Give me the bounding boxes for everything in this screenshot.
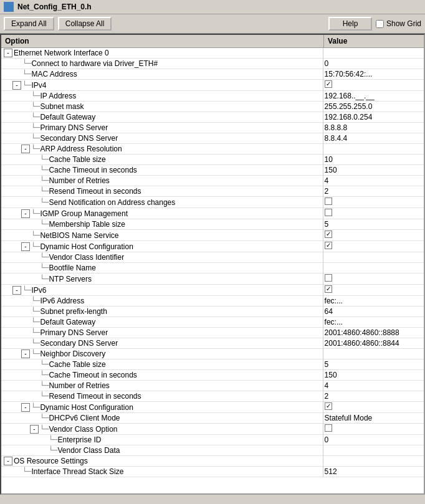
table-row: └─IPv6 Addressfec:... <box>1 296 424 307</box>
option-label: ARP Address Resolution <box>40 145 122 153</box>
value-cell <box>323 263 424 273</box>
value-cell: 192.168..__.__ <box>323 91 424 102</box>
expand-icon[interactable]: - <box>4 49 12 57</box>
checkbox-unchecked[interactable] <box>325 274 332 282</box>
table-row: └─Subnet mask255.255.255.0 <box>1 102 424 112</box>
expand-all-button[interactable]: Expand All <box>4 17 54 31</box>
checkbox-checked[interactable] <box>325 402 332 410</box>
tree-table: -Ethernet Network Interface 0└─Connect t… <box>1 48 424 477</box>
title-bar: Net_Config_ETH_0.h <box>0 0 425 14</box>
table-row: └─Default Gatewayfec:... <box>1 317 424 328</box>
expand-icon[interactable]: - <box>21 403 30 412</box>
option-label: Enterprise ID <box>57 435 101 444</box>
option-label: Secondary DNS Server <box>40 339 118 348</box>
option-label: IPv4 <box>31 81 46 90</box>
value-cell: 192.168.0.254 <box>323 112 424 123</box>
value-cell: 150 <box>323 370 424 381</box>
table-row: -Ethernet Network Interface 0 <box>1 48 424 59</box>
expand-icon[interactable]: - <box>12 286 21 295</box>
option-label: Vendor Class Data <box>57 446 120 455</box>
expand-icon[interactable]: - <box>12 81 21 90</box>
option-label: Neighbor Discovery <box>40 349 105 358</box>
table-row: └─MAC Address15:70:56:42:... <box>1 69 424 80</box>
option-label: Secondary DNS Server <box>40 134 118 143</box>
table-row: └─IP Address192.168..__.__ <box>1 91 424 102</box>
option-label: IPv6 <box>31 286 46 295</box>
value-cell <box>323 208 424 219</box>
checkbox-checked[interactable] <box>325 242 332 249</box>
table-row: └─Vendor Class Identifier <box>1 252 424 263</box>
help-button[interactable]: Help <box>328 17 372 31</box>
value-cell: 0 <box>323 435 424 445</box>
table-header: Option Value <box>1 35 424 48</box>
checkbox-checked[interactable] <box>325 285 332 293</box>
option-label: Dynamic Host Configuration <box>40 242 133 251</box>
table-row: └─Primary DNS Server8.8.8.8 <box>1 123 424 133</box>
value-cell: 8.8.4.4 <box>323 133 424 144</box>
table-row: -└─Dynamic Host Configuration <box>1 402 424 413</box>
value-cell: fec:... <box>323 317 424 328</box>
file-icon <box>4 2 14 12</box>
option-label: NTP Servers <box>49 275 91 283</box>
option-label: Cache Table size <box>49 360 105 369</box>
checkbox-checked[interactable] <box>325 231 332 238</box>
table-row: └─NetBIOS Name Service <box>1 230 424 241</box>
option-label: Subnet mask <box>40 102 84 111</box>
table-row: -└─IPv6 <box>1 285 424 296</box>
header-value: Value <box>324 35 424 47</box>
table-row: -└─Neighbor Discovery <box>1 349 424 359</box>
value-cell <box>323 456 424 467</box>
value-cell <box>323 349 424 359</box>
table-row: └─Resend Timeout in seconds2 <box>1 391 424 402</box>
option-label: Membership Table size <box>49 220 125 229</box>
value-cell: 5 <box>323 359 424 370</box>
table-row: └─Connect to hardware via Driver_ETH#0 <box>1 59 424 69</box>
option-label: OS Resource Settings <box>14 457 88 465</box>
option-label: IPv6 Address <box>40 297 84 305</box>
option-label: IP Address <box>40 92 76 100</box>
value-cell: 5 <box>323 219 424 230</box>
option-label: Cache Timeout in seconds <box>49 166 136 174</box>
option-label: Resend Timeout in seconds <box>49 187 141 196</box>
expand-icon[interactable]: - <box>21 209 30 218</box>
checkbox-unchecked[interactable] <box>325 197 332 205</box>
table-row: -└─IGMP Group Management <box>1 208 424 219</box>
value-cell <box>323 230 424 241</box>
value-cell <box>323 241 424 252</box>
value-cell: 64 <box>323 307 424 317</box>
checkbox-unchecked[interactable] <box>325 424 332 432</box>
value-cell: 15:70:56:42:... <box>323 69 424 80</box>
value-cell: 2 <box>323 391 424 402</box>
value-cell: 2001:4860:4860::8888 <box>323 328 424 338</box>
option-label: DHCPv6 Client Mode <box>49 414 120 422</box>
table-row: -└─IPv4 <box>1 80 424 91</box>
table-row: -└─Vendor Class Option <box>1 424 424 435</box>
value-cell <box>323 197 424 208</box>
expand-icon[interactable]: - <box>21 242 30 251</box>
table-row: └─Number of Retries4 <box>1 176 424 186</box>
option-label: MAC Address <box>31 70 77 78</box>
collapse-all-button[interactable]: Collapse All <box>58 17 112 31</box>
table-row: └─Secondary DNS Server8.8.4.4 <box>1 133 424 144</box>
checkbox-unchecked[interactable] <box>325 209 332 216</box>
option-label: Cache Timeout in seconds <box>49 371 136 379</box>
checkbox-checked[interactable] <box>325 80 332 88</box>
table-row: └─Vendor Class Data <box>1 445 424 456</box>
table-row: └─Cache Timeout in seconds150 <box>1 165 424 176</box>
option-label: Vendor Class Option <box>49 425 117 434</box>
option-label: IGMP Group Management <box>40 209 128 218</box>
expand-icon[interactable]: - <box>4 457 12 465</box>
value-cell: 2001:4860:4860::8844 <box>323 338 424 349</box>
table-row: └─Cache Table size10 <box>1 155 424 165</box>
option-label: Vendor Class Identifier <box>49 253 124 262</box>
value-cell: 4 <box>323 381 424 391</box>
value-cell: 255.255.255.0 <box>323 102 424 112</box>
value-cell <box>323 285 424 296</box>
expand-icon[interactable]: - <box>21 145 30 153</box>
expand-icon[interactable]: - <box>21 349 30 358</box>
table-row: -└─Dynamic Host Configuration <box>1 241 424 252</box>
expand-icon[interactable]: - <box>30 425 39 434</box>
show-grid-checkbox[interactable] <box>376 20 384 28</box>
table-row: -└─ARP Address Resolution <box>1 144 424 155</box>
option-label: Bootfile Name <box>49 264 95 272</box>
